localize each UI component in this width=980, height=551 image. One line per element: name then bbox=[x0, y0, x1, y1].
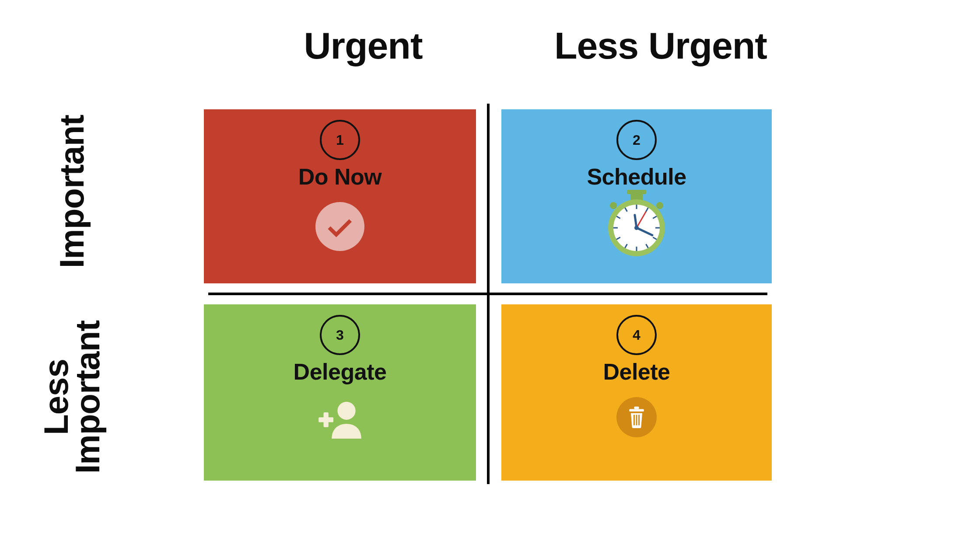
quadrant-delete: 4 Delete bbox=[501, 304, 772, 481]
row-header-important: Important bbox=[56, 115, 88, 269]
quadrant-title: Delegate bbox=[204, 359, 476, 385]
col-header-less-urgent: Less Urgent bbox=[521, 24, 801, 67]
quadrant-schedule: 2 Schedule bbox=[501, 109, 772, 283]
eisenhower-matrix: Urgent Less Urgent Important Less Import… bbox=[0, 0, 980, 551]
quadrant-title: Do Now bbox=[204, 164, 476, 190]
quadrant-number: 4 bbox=[616, 315, 657, 355]
quadrant-number: 3 bbox=[320, 315, 360, 355]
axis-horizontal bbox=[208, 293, 767, 295]
trash-icon bbox=[616, 397, 657, 437]
quadrant-do-now: 1 Do Now bbox=[204, 109, 476, 283]
svg-rect-2 bbox=[324, 412, 329, 427]
quadrant-number: 1 bbox=[320, 120, 360, 160]
quadrant-delegate: 3 Delegate bbox=[204, 304, 476, 481]
add-user-icon bbox=[314, 397, 366, 443]
quadrant-number: 2 bbox=[616, 120, 657, 160]
check-icon bbox=[315, 202, 364, 251]
quadrant-title: Schedule bbox=[501, 164, 772, 190]
quadrant-title: Delete bbox=[501, 359, 772, 385]
row-header-less-important: Less Important bbox=[41, 321, 104, 474]
svg-rect-3 bbox=[629, 409, 644, 412]
svg-rect-4 bbox=[634, 407, 639, 409]
col-header-urgent: Urgent bbox=[223, 24, 503, 67]
stopwatch-icon bbox=[608, 199, 665, 256]
svg-point-0 bbox=[337, 402, 355, 420]
